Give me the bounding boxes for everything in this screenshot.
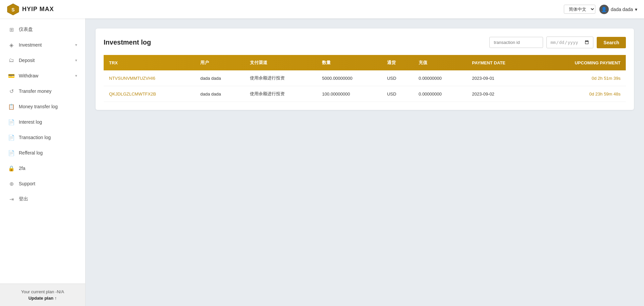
cell-user: dada dada [195,70,245,86]
sidebar-footer: Your current plan -N/A Update plan ↑ [0,284,85,306]
withdraw-icon: 💳 [8,72,15,79]
deposit-icon: 🗂 [8,57,15,64]
referral-log-icon: 📄 [8,149,15,156]
sidebar-item-deposit[interactable]: 🗂 Deposit ▾ [0,53,85,68]
sidebar-item-withdraw[interactable]: 💳 Withdraw ▾ [0,68,85,83]
sidebar-item-transfer-money[interactable]: ↺ Transfer money [0,83,85,99]
transaction-log-icon: 📄 [8,134,15,141]
sidebar-item-label: Interest log [19,119,77,125]
cell-amount: 5000.00000000 [317,70,382,86]
cell-payment-date: 2023-09-01 [467,70,536,86]
brand-name: HYIP MAX [22,6,54,13]
chevron-down-icon: ▾ [75,58,77,63]
brand-logo-icon: S [7,3,19,16]
2fa-icon: 🔒 [8,165,15,172]
sidebar-item-label: Deposit [19,58,71,63]
money-transfer-log-icon: 📋 [8,103,15,110]
sidebar: ⊞ 仪表盘 ◈ Investment ▾ 🗂 Deposit ▾ 💳 Withd… [0,18,86,306]
table-row: QKJDLGZLCMWTFX2B dada dada 使用余额进行投资 100.… [104,86,626,102]
cell-channel: 使用余额进行投资 [245,70,317,86]
cell-upcoming-payment: 0d 2h 51m 39s [536,70,626,86]
sidebar-item-transaction-log[interactable]: 📄 Transaction log [0,130,85,145]
sidebar-item-label: 仪表盘 [19,26,77,33]
cell-currency: USD [382,70,413,86]
sidebar-item-interest-log[interactable]: 📄 Interest log [0,114,85,130]
transfer-icon: ↺ [8,88,15,95]
cell-trx: NTVSUNVMMTUZVHI6 [104,70,195,86]
col-upcoming-payment: UPCOMING PAYMENT [536,55,626,70]
table-body: NTVSUNVMMTUZVHI6 dada dada 使用余额进行投资 5000… [104,70,626,102]
cell-user: dada dada [195,86,245,102]
chevron-down-icon: ▾ [75,43,77,47]
language-selector[interactable]: 简体中文 [564,5,595,14]
user-dropdown[interactable]: 👤 dada dada ▾ [599,5,637,14]
sidebar-item-label: Refferal log [19,150,77,156]
current-plan-text: Your current plan -N/A [5,289,80,294]
col-payment-date: PAYMENT DATE [467,55,536,70]
date-filter-input[interactable] [546,37,593,48]
table-wrapper: TRX 用户 支付渠道 数量 通货 充值 PAYMENT DATE UPCOMI… [104,55,626,102]
col-channel: 支付渠道 [245,55,317,70]
col-trx: TRX [104,55,195,70]
cell-upcoming-payment: 0d 23h 59m 48s [536,86,626,102]
sidebar-item-logout[interactable]: ⇥ 登出 [0,191,85,207]
sidebar-item-label: Investment [19,42,71,48]
support-icon: ⊕ [8,180,15,187]
sidebar-item-dashboard[interactable]: ⊞ 仪表盘 [0,22,85,37]
sidebar-item-label: Transfer money [19,88,77,94]
interest-log-icon: 📄 [8,119,15,125]
cell-payment-date: 2023-09-02 [467,86,536,102]
brand: S HYIP MAX [7,3,54,16]
sidebar-nav: ⊞ 仪表盘 ◈ Investment ▾ 🗂 Deposit ▾ 💳 Withd… [0,18,85,284]
card-header: Investment log Search [104,37,626,48]
col-amount: 数量 [317,55,382,70]
navbar-right: 简体中文 👤 dada dada ▾ [564,5,637,14]
sidebar-item-2fa[interactable]: 🔒 2fa [0,161,85,176]
cell-currency: USD [382,86,413,102]
investment-log-table: TRX 用户 支付渠道 数量 通货 充值 PAYMENT DATE UPCOMI… [104,55,626,102]
cell-trx: QKJDLGZLCMWTFX2B [104,86,195,102]
sidebar-item-label: Support [19,181,77,186]
logout-icon: ⇥ [8,196,15,202]
chevron-down-icon: ▾ [75,73,77,78]
sidebar-item-label: Withdraw [19,73,71,78]
sidebar-item-label: 2fa [19,166,77,171]
filter-area: Search [489,37,626,48]
cell-amount: 100.00000000 [317,86,382,102]
col-recharge: 充值 [413,55,467,70]
table-header: TRX 用户 支付渠道 数量 通货 充值 PAYMENT DATE UPCOMI… [104,55,626,70]
investment-icon: ◈ [8,42,15,48]
search-button[interactable]: Search [597,37,626,48]
page-title: Investment log [104,39,151,46]
sidebar-item-referral-log[interactable]: 📄 Refferal log [0,145,85,161]
col-user: 用户 [195,55,245,70]
dashboard-icon: ⊞ [8,26,15,33]
sidebar-item-investment[interactable]: ◈ Investment ▾ [0,37,85,53]
sidebar-item-label: Transaction log [19,135,77,140]
main-content: Investment log Search TRX 用户 支付渠道 数量 [86,18,644,306]
svg-text:S: S [11,7,14,12]
sidebar-item-money-transfer-log[interactable]: 📋 Money transfer log [0,99,85,114]
sidebar-item-support[interactable]: ⊕ Support [0,176,85,191]
user-name: dada dada [611,7,633,12]
transaction-id-input[interactable] [489,37,543,48]
cell-channel: 使用余额进行投资 [245,86,317,102]
investment-log-card: Investment log Search TRX 用户 支付渠道 数量 [96,28,634,110]
col-currency: 通货 [382,55,413,70]
layout: ⊞ 仪表盘 ◈ Investment ▾ 🗂 Deposit ▾ 💳 Withd… [0,18,644,306]
sidebar-item-label: Money transfer log [19,104,77,109]
sidebar-item-label: 登出 [19,196,77,202]
table-header-row: TRX 用户 支付渠道 数量 通货 充值 PAYMENT DATE UPCOMI… [104,55,626,70]
update-plan-button[interactable]: Update plan ↑ [5,296,80,301]
cell-recharge: 0.00000000 [413,86,467,102]
navbar: S HYIP MAX 简体中文 👤 dada dada ▾ [0,0,644,18]
cell-recharge: 0.00000000 [413,70,467,86]
avatar: 👤 [599,5,609,14]
table-row: NTVSUNVMMTUZVHI6 dada dada 使用余额进行投资 5000… [104,70,626,86]
dropdown-arrow-icon: ▾ [635,7,637,12]
